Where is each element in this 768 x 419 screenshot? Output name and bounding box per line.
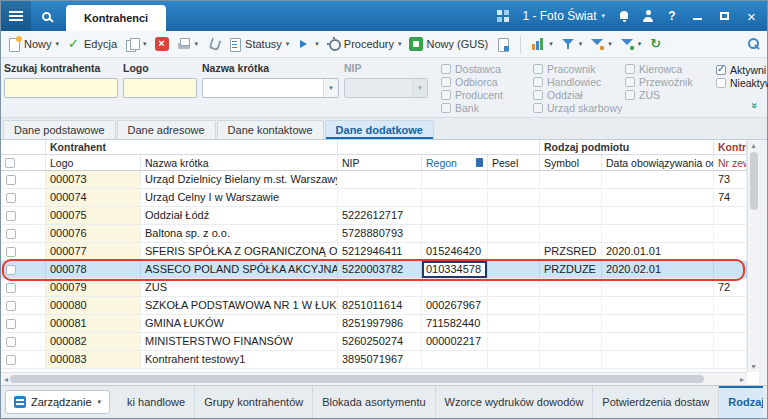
table-row[interactable]: 000078ASSECO POLAND SPÓŁKA AKCYJNA522000… bbox=[1, 261, 747, 279]
scroll-left-arrow[interactable]: ◂ bbox=[4, 374, 8, 385]
table-row[interactable]: 000080SZKOŁA PODSTAWOWA NR 1 W ŁUKOWIE82… bbox=[1, 297, 747, 315]
cell-nr_zew[interactable]: 74 bbox=[714, 189, 747, 206]
cell-symbol[interactable]: PRZSRED bbox=[540, 243, 602, 260]
select-all-header-cell[interactable] bbox=[1, 155, 46, 171]
bottom-tab-rodzaj-podmiotu[interactable]: Rodzaj podmiotu bbox=[719, 386, 763, 418]
cell-logo[interactable]: 000082 bbox=[46, 333, 141, 350]
cell-nr_zew[interactable] bbox=[714, 243, 747, 260]
cell-nazwa[interactable]: ZUS bbox=[141, 279, 338, 296]
cell-nr_zew[interactable] bbox=[714, 297, 747, 314]
drukuj-button[interactable]: ▾ bbox=[174, 35, 202, 53]
cell-symbol[interactable] bbox=[540, 333, 602, 350]
cell-logo[interactable]: 000073 bbox=[46, 171, 141, 188]
table-row[interactable]: 000073Urząd Dzielnicy Bielany m.st. Wars… bbox=[1, 171, 747, 189]
filtr-button[interactable]: ▾ bbox=[558, 35, 586, 53]
cell-data_od[interactable]: 2020.02.01 bbox=[602, 261, 714, 278]
row-select-cell[interactable] bbox=[1, 279, 46, 296]
checkbox-pracownik[interactable]: Pracownik bbox=[533, 63, 617, 74]
checkbox-nieaktywni[interactable]: Nieaktywni bbox=[716, 77, 768, 88]
row-checkbox[interactable] bbox=[6, 193, 16, 203]
checkbox-producent[interactable]: Producent bbox=[441, 89, 525, 100]
cell-logo[interactable]: 000077 bbox=[46, 243, 141, 260]
cell-nip[interactable]: 8251011614 bbox=[338, 297, 422, 314]
chevron-down-icon[interactable]: ▾ bbox=[323, 79, 338, 97]
expand-filters-button[interactable]: » bbox=[748, 98, 762, 112]
table-row[interactable]: 000079ZUS72 bbox=[1, 279, 747, 297]
procedury-button[interactable]: Procedury▾ bbox=[324, 35, 405, 53]
cell-data_od[interactable] bbox=[602, 351, 714, 368]
table-row[interactable]: 000083Kontrahent testowy13895071967 bbox=[1, 351, 747, 369]
cell-regon[interactable] bbox=[422, 279, 488, 296]
checkbox-odbiorca[interactable]: Odbiorca bbox=[441, 76, 525, 87]
cell-nazwa[interactable]: GMINA ŁUKÓW bbox=[141, 315, 338, 332]
cell-nr_zew[interactable] bbox=[714, 225, 747, 242]
cell-nazwa[interactable]: Kontrahent testowy1 bbox=[141, 351, 338, 368]
column-header-nr-zew[interactable]: Nr zew bbox=[714, 155, 747, 171]
cell-data_od[interactable] bbox=[602, 207, 714, 224]
horizontal-scroll-thumb[interactable] bbox=[10, 375, 704, 383]
row-checkbox[interactable] bbox=[6, 265, 16, 275]
vertical-scroll-thumb[interactable] bbox=[750, 152, 758, 210]
cell-logo[interactable]: 000076 bbox=[46, 225, 141, 242]
table-row[interactable]: 000082MINISTERSTWO FINANSÓW5260250274000… bbox=[1, 333, 747, 351]
group-header-kontrahent-pinned[interactable]: Kontra bbox=[714, 140, 747, 155]
odswiez-button[interactable] bbox=[646, 35, 666, 53]
wykresy-button[interactable]: ▾ bbox=[528, 35, 556, 53]
cell-nr_zew[interactable]: 73 bbox=[714, 171, 747, 188]
vertical-scrollbar[interactable]: ▴ ▾ bbox=[747, 140, 759, 372]
cell-regon[interactable] bbox=[422, 171, 488, 188]
maximize-button[interactable] bbox=[711, 1, 738, 31]
cell-data_od[interactable] bbox=[602, 279, 714, 296]
cell-pesel[interactable] bbox=[488, 261, 540, 278]
cell-nip[interactable]: 8251997986 bbox=[338, 315, 422, 332]
cell-nip[interactable]: 5220003782 bbox=[338, 261, 422, 278]
cell-pesel[interactable] bbox=[488, 315, 540, 332]
cell-data_od[interactable] bbox=[602, 171, 714, 188]
cell-pesel[interactable] bbox=[488, 171, 540, 188]
row-select-cell[interactable] bbox=[1, 243, 46, 260]
bottom-tab-grupy-kontrahent-w[interactable]: Grupy kontrahentów bbox=[195, 386, 313, 418]
table-row[interactable]: 000074Urząd Celny I w Warszawie74 bbox=[1, 189, 747, 207]
bottom-tab-ki-handlowe[interactable]: ki handlowe bbox=[118, 386, 195, 418]
row-select-cell[interactable] bbox=[1, 207, 46, 224]
table-row[interactable]: 000075Oddział Łódź5222612717 bbox=[1, 207, 747, 225]
row-checkbox[interactable] bbox=[6, 319, 16, 329]
checkbox-dostawca[interactable]: Dostawca bbox=[441, 63, 525, 74]
table-row[interactable]: 000081GMINA ŁUKÓW8251997986711582440 bbox=[1, 315, 747, 333]
cell-nazwa[interactable]: SFERIS SPÓŁKA Z OGRANICZONĄ ODPOW bbox=[141, 243, 338, 260]
cell-regon[interactable]: 015246420 bbox=[422, 243, 488, 260]
short-name-filter-combo[interactable]: ▾ bbox=[202, 78, 339, 98]
row-select-cell[interactable] bbox=[1, 171, 46, 188]
apps-grid-button[interactable] bbox=[491, 1, 515, 31]
cell-pesel[interactable] bbox=[488, 207, 540, 224]
cell-symbol[interactable] bbox=[540, 189, 602, 206]
zalaczniki-button[interactable] bbox=[203, 35, 223, 53]
edycja-button[interactable]: Edycja bbox=[64, 35, 120, 53]
cell-nazwa[interactable]: SZKOŁA PODSTAWOWA NR 1 W ŁUKOWIE bbox=[141, 297, 338, 314]
cell-symbol[interactable]: PRZDUZE bbox=[540, 261, 602, 278]
module-tab-kontrahenci[interactable]: Kontrahenci bbox=[66, 5, 166, 31]
cell-nip[interactable]: 5212946411 bbox=[338, 243, 422, 260]
kolumny-button[interactable]: ▾ bbox=[617, 35, 645, 53]
cell-regon[interactable]: 000002217 bbox=[422, 333, 488, 350]
row-select-cell[interactable] bbox=[1, 189, 46, 206]
cell-logo[interactable]: 000083 bbox=[46, 351, 141, 368]
row-checkbox[interactable] bbox=[6, 355, 16, 365]
cell-logo[interactable]: 000079 bbox=[46, 279, 141, 296]
global-search-button[interactable] bbox=[31, 1, 61, 31]
cell-regon[interactable]: 010334578 bbox=[422, 261, 488, 278]
main-menu-button[interactable] bbox=[1, 1, 31, 31]
column-header-regon[interactable]: Regon bbox=[422, 155, 488, 171]
cell-nip[interactable]: 5728880793 bbox=[338, 225, 422, 242]
cell-data_od[interactable] bbox=[602, 297, 714, 314]
checkbox-aktywni[interactable]: Aktywni bbox=[716, 64, 768, 75]
cell-logo[interactable]: 000075 bbox=[46, 207, 141, 224]
cell-nip[interactable]: 5260250274 bbox=[338, 333, 422, 350]
scroll-up-arrow[interactable]: ▴ bbox=[751, 140, 755, 151]
cell-regon[interactable]: 000267967 bbox=[422, 297, 488, 314]
cell-nip[interactable] bbox=[338, 189, 422, 206]
bottom-tab-blokada-asortymentu[interactable]: Blokada asortymentu bbox=[313, 386, 435, 418]
cell-symbol[interactable] bbox=[540, 225, 602, 242]
column-header-symbol[interactable]: Symbol bbox=[540, 155, 602, 171]
row-checkbox[interactable] bbox=[6, 211, 16, 221]
